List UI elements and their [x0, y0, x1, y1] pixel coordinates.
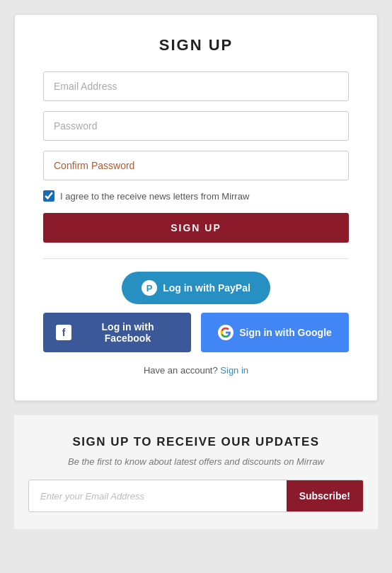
checkbox-label: I agree to the receive news letters from…	[60, 191, 249, 202]
password-group	[43, 111, 349, 141]
email-group	[43, 71, 349, 101]
page-title: SIGN UP	[43, 36, 349, 54]
facebook-icon: f	[56, 325, 71, 340]
signup-button[interactable]: SIGN UP	[43, 213, 349, 243]
newsletter-email-input[interactable]	[29, 480, 287, 511]
google-icon	[218, 325, 234, 340]
signin-link[interactable]: Sign in	[220, 365, 248, 376]
paypal-button-label: Log in with PayPal	[163, 282, 250, 294]
newsletter-subtitle: Be the first to know about latest offers…	[28, 456, 364, 467]
paypal-icon: P	[142, 280, 157, 296]
email-input[interactable]	[43, 71, 349, 101]
password-input[interactable]	[43, 111, 349, 141]
subscribe-button[interactable]: Subscribe!	[287, 480, 363, 511]
google-button-label: Sign in with Google	[239, 327, 332, 338]
newsletter-checkbox-row: I agree to the receive news letters from…	[43, 190, 349, 202]
newsletter-form: Subscribe!	[28, 480, 364, 512]
have-account-text: Have an account? Sign in	[144, 365, 248, 376]
facebook-button-label: Log in with Facebook	[77, 321, 178, 344]
newsletter-section: SIGN UP TO RECEIVE OUR UPDATES Be the fi…	[14, 415, 378, 529]
facebook-login-button[interactable]: f Log in with Facebook	[43, 313, 191, 352]
social-row: f Log in with Facebook Sign in with Goog…	[43, 313, 349, 352]
divider	[43, 258, 349, 259]
signup-card: SIGN UP I agree to the receive news lett…	[14, 14, 378, 401]
confirm-password-input[interactable]	[43, 151, 349, 180]
social-buttons: P Log in with PayPal f Log in with Faceb…	[43, 272, 349, 376]
paypal-login-button[interactable]: P Log in with PayPal	[122, 272, 270, 304]
google-login-button[interactable]: Sign in with Google	[201, 313, 349, 352]
confirm-password-group	[43, 151, 349, 180]
newsletter-title: SIGN UP TO RECEIVE OUR UPDATES	[28, 435, 364, 449]
newsletter-checkbox[interactable]	[43, 190, 54, 202]
